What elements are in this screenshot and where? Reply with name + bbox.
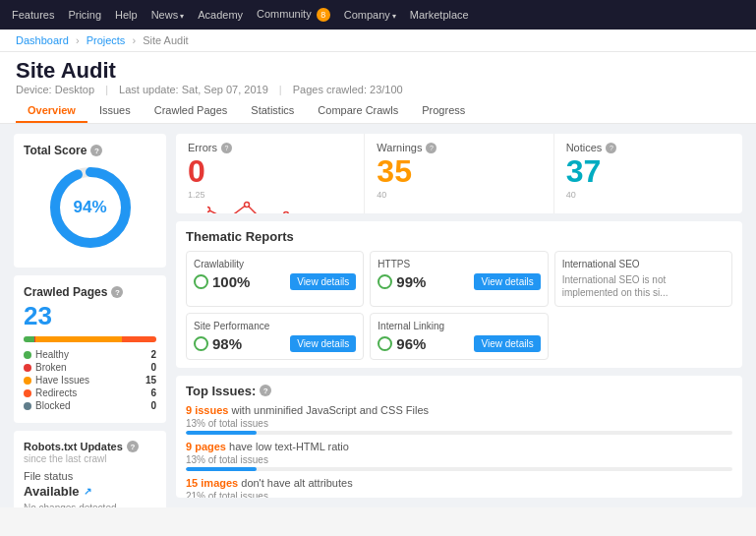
crawled-legend: Healthy 2 Broken 0 Have Issues 15 Redire…	[24, 349, 156, 411]
errors-value: 0	[188, 155, 352, 187]
issues-title: Top Issues: ?	[186, 384, 732, 398]
nav-marketplace[interactable]: Marketplace	[410, 9, 469, 21]
warnings-metric: Warnings ? 35 40 0	[365, 134, 553, 213]
issue-bar-fill-1	[186, 467, 257, 471]
top-nav: Features Pricing Help News▾ Academy Comm…	[0, 0, 756, 30]
crawlability-circle-icon	[194, 274, 208, 289]
nav-company[interactable]: Company▾	[344, 9, 396, 21]
report-internal-linking: Internal Linking 96% View details	[370, 313, 548, 360]
notices-label: Notices ?	[566, 142, 730, 153]
community-badge: 8	[317, 8, 330, 22]
page-header: Site Audit Device: Desktop | Last update…	[0, 52, 756, 124]
notices-metric: Notices ? 37 40 0	[554, 134, 742, 213]
issue-pct-2: 21% of total issues	[186, 491, 732, 498]
issue-item-1: 9 pages have low text-HTML ratio 13% of …	[186, 441, 732, 471]
https-circle-icon	[378, 274, 392, 289]
report-intl-seo-note: International SEO is not implemented on …	[562, 273, 725, 299]
issue-item-0: 9 issues with unminified JavaScript and …	[186, 404, 732, 435]
robots-info-icon: ?	[127, 441, 139, 452]
crawled-info-icon: ?	[111, 286, 123, 298]
tab-overview[interactable]: Overview	[16, 99, 87, 123]
report-performance-title: Site Performance	[194, 321, 356, 331]
issues-section: Top Issues: ? 9 issues with unminified J…	[176, 376, 742, 498]
robots-title: Robots.txt Updates ?	[24, 441, 156, 452]
nav-features[interactable]: Features	[12, 9, 54, 21]
robots-card: Robots.txt Updates ? since the last craw…	[14, 431, 166, 507]
main-content: Total Score ? 94% Crawled Pages ? 23	[0, 124, 756, 507]
reports-grid: Crawlability 100% View details HTTPS	[186, 251, 732, 360]
report-intl-seo-title: International SEO	[562, 259, 725, 269]
nav-academy[interactable]: Academy	[198, 9, 243, 21]
tab-statistics[interactable]: Statistics	[239, 99, 306, 123]
nav-help[interactable]: Help	[115, 9, 138, 21]
warnings-chart: 40 0	[377, 190, 541, 213]
issue-item-2: 15 images don't have alt attributes 21% …	[186, 477, 732, 498]
external-link-icon[interactable]: ↗	[84, 486, 91, 497]
svg-point-6	[284, 212, 289, 213]
report-https: HTTPS 99% View details	[370, 251, 548, 307]
donut-chart: 94%	[46, 163, 135, 252]
report-crawlability-title: Crawlability	[194, 259, 356, 269]
crawled-bar	[24, 336, 156, 342]
issue-text-1: 9 pages have low text-HTML ratio	[186, 441, 732, 452]
thematic-section: Thematic Reports Crawlability 100% View …	[176, 221, 742, 368]
svg-point-2	[207, 208, 210, 212]
report-internal-linking-title: Internal Linking	[378, 321, 540, 331]
score-info-icon: ?	[90, 145, 102, 156]
errors-chart: 1.25 0	[188, 190, 352, 213]
https-view-btn[interactable]: View details	[474, 273, 540, 290]
nav-community[interactable]: Community 8	[257, 8, 330, 22]
errors-label: Errors ?	[188, 142, 352, 153]
page-title: Site Audit	[16, 58, 740, 84]
breadcrumb-projects[interactable]: Projects	[87, 34, 126, 46]
performance-circle-icon	[194, 336, 208, 351]
issue-bar-bg-0	[186, 431, 732, 435]
no-changes: No changes detected	[24, 503, 156, 507]
crawled-count: 23	[24, 301, 156, 331]
score-card-title: Total Score ?	[24, 144, 156, 157]
internal-linking-view-btn[interactable]: View details	[474, 335, 540, 352]
breadcrumb-current: Site Audit	[143, 34, 188, 46]
internal-linking-circle-icon	[378, 336, 392, 351]
report-intl-seo: International SEO International SEO is n…	[554, 251, 732, 307]
score-value: 94%	[73, 198, 106, 217]
issues-info-icon: ?	[260, 385, 271, 396]
breadcrumb-dashboard[interactable]: Dashboard	[16, 34, 69, 46]
report-performance: Site Performance 98% View details	[186, 313, 364, 360]
warnings-value: 35	[377, 155, 541, 187]
left-panel: Total Score ? 94% Crawled Pages ? 23	[14, 134, 166, 498]
errors-metric: Errors ? 0 1.25 0	[176, 134, 365, 213]
thematic-title: Thematic Reports	[186, 229, 732, 244]
svg-point-4	[245, 203, 250, 208]
report-https-title: HTTPS	[378, 259, 540, 269]
notices-value: 37	[566, 155, 730, 187]
issue-pct-1: 13% of total issues	[186, 454, 732, 465]
crawlability-view-btn[interactable]: View details	[290, 273, 356, 290]
warnings-label: Warnings ?	[377, 142, 541, 153]
issue-bar-fill-0	[186, 431, 257, 435]
tab-crawled-pages[interactable]: Crawled Pages	[143, 99, 240, 123]
breadcrumb: Dashboard › Projects › Site Audit	[0, 30, 756, 52]
tab-compare-crawls[interactable]: Compare Crawls	[306, 99, 410, 123]
robots-subtitle: since the last crawl	[24, 453, 156, 464]
performance-view-btn[interactable]: View details	[290, 335, 356, 352]
report-crawlability: Crawlability 100% View details	[186, 251, 364, 307]
warnings-info-icon: ?	[426, 143, 436, 153]
issue-text-0: 9 issues with unminified JavaScript and …	[186, 404, 732, 416]
tab-issues[interactable]: Issues	[87, 99, 143, 123]
crawled-card: Crawled Pages ? 23 Healthy 2 Broken	[14, 275, 166, 423]
nav-pricing[interactable]: Pricing	[68, 9, 101, 21]
tabs: Overview Issues Crawled Pages Statistics…	[16, 99, 740, 123]
issue-bar-bg-1	[186, 467, 732, 471]
notices-info-icon: ?	[606, 143, 616, 153]
issue-text-2: 15 images don't have alt attributes	[186, 477, 732, 489]
nav-news[interactable]: News▾	[151, 9, 185, 21]
tab-progress[interactable]: Progress	[410, 99, 477, 123]
metrics-row: Errors ? 0 1.25 0	[176, 134, 742, 213]
notices-chart: 40 0	[566, 190, 730, 213]
errors-info-icon: ?	[221, 143, 232, 153]
crawled-title: Crawled Pages ?	[24, 285, 156, 299]
page-meta: Device: Desktop | Last update: Sat, Sep …	[16, 84, 740, 95]
issue-pct-0: 13% of total issues	[186, 418, 732, 429]
file-status-label: File status	[24, 470, 156, 482]
